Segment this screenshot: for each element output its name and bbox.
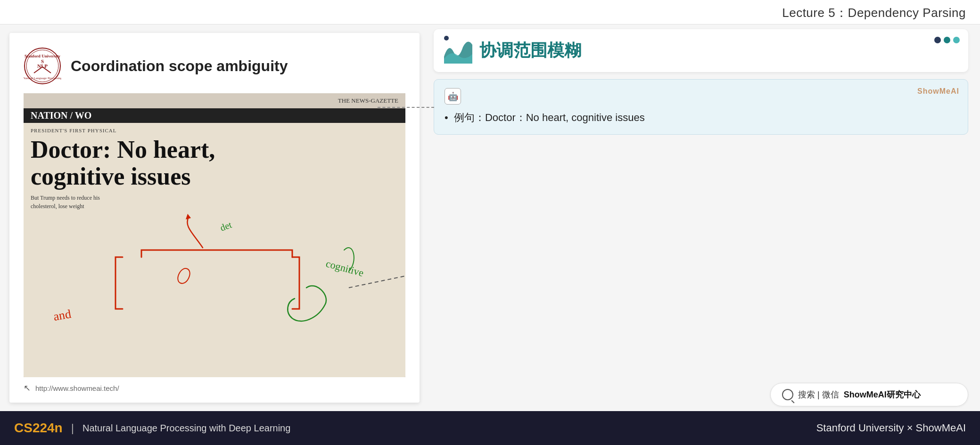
svg-text:NLP: NLP bbox=[37, 63, 48, 69]
svg-text:det: det bbox=[219, 219, 233, 233]
slide-header: Stanford University S NLP Natural Langua… bbox=[24, 47, 405, 85]
annotation-box: ShowMeAI 🤖 • 例句：Doctor：No heart, cogniti… bbox=[434, 79, 968, 135]
newspaper-content: THE NEWS-GAZETTE NATION / WO PRESIDENT'S… bbox=[24, 93, 405, 377]
svg-marker-6 bbox=[186, 214, 191, 219]
svg-text:Natural Language Processing: Natural Language Processing bbox=[24, 76, 61, 80]
lecture-title-bar: Lecture 5：Dependency Parsing bbox=[0, 0, 980, 24]
dot-3-icon[interactable] bbox=[953, 37, 960, 43]
robot-icon: 🤖 bbox=[445, 88, 461, 105]
headline-line1: Doctor: No heart, bbox=[31, 136, 398, 163]
right-spacer bbox=[434, 142, 968, 376]
footer-left: CS224n | Natural Language Processing wit… bbox=[14, 421, 290, 436]
search-bar[interactable]: 搜索 | 微信 ShowMeAI研究中心 bbox=[770, 383, 968, 406]
chinese-title-card: 协调范围模糊 bbox=[434, 29, 968, 72]
newspaper-body-text: But Trump needs to reduce his cholestero… bbox=[31, 194, 125, 210]
slide-area: Stanford University S NLP Natural Langua… bbox=[9, 33, 420, 403]
svg-text:Stanford University: Stanford University bbox=[25, 54, 61, 58]
course-description: Natural Language Processing with Deep Le… bbox=[82, 423, 290, 434]
svg-text:cognitive: cognitive bbox=[325, 258, 365, 279]
slide-footer: ↖ http://www.showmeai.tech/ bbox=[24, 383, 405, 393]
footer-right: Stanford University × ShowMeAI bbox=[816, 422, 966, 434]
navigation-dots bbox=[934, 37, 960, 43]
showmeai-brand: ShowMeAI bbox=[917, 87, 959, 96]
footer-university: Stanford University × ShowMeAI bbox=[816, 422, 966, 434]
search-icon bbox=[782, 389, 793, 400]
wave-mountain-icon bbox=[444, 38, 472, 64]
connector-line-icon bbox=[378, 107, 434, 108]
stanford-logo-icon: Stanford University S NLP Natural Langua… bbox=[24, 47, 61, 85]
small-dot-icon bbox=[444, 36, 449, 40]
search-handle-icon bbox=[791, 400, 794, 403]
annotation-example: • 例句：Doctor：No heart, cognitive issues bbox=[445, 109, 957, 126]
dot-1-icon[interactable] bbox=[934, 37, 941, 43]
lecture-title: Lecture 5：Dependency Parsing bbox=[782, 6, 966, 20]
main-content: Stanford University S NLP Natural Langua… bbox=[0, 24, 980, 411]
newspaper-source: THE NEWS-GAZETTE bbox=[24, 93, 405, 108]
footer-divider: | bbox=[71, 421, 74, 435]
dot-2-icon[interactable] bbox=[944, 37, 950, 43]
search-brand-label: ShowMeAI研究中心 bbox=[844, 389, 921, 400]
search-label: 搜索 | 微信 bbox=[798, 389, 839, 400]
slide-url[interactable]: http://www.showmeai.tech/ bbox=[35, 384, 119, 392]
cursor-icon: ↖ bbox=[24, 383, 31, 393]
footer-bar: CS224n | Natural Language Processing wit… bbox=[0, 411, 980, 445]
headline-line2: cognitive issues bbox=[31, 163, 398, 190]
newspaper-headline: Doctor: No heart, cognitive issues bbox=[31, 136, 398, 190]
newspaper-body: PRESIDENT'S FIRST PHYSICAL Doctor: No he… bbox=[24, 123, 405, 377]
svg-line-10 bbox=[349, 276, 405, 288]
slide-title: Coordination scope ambiguity bbox=[71, 57, 288, 75]
newspaper-president: PRESIDENT'S FIRST PHYSICAL bbox=[31, 128, 398, 133]
right-panel: 协调范围模糊 ShowMeAI 🤖 • 例句：Doctor：No heart, … bbox=[429, 24, 980, 411]
newspaper-section: NATION / WO bbox=[24, 108, 405, 123]
chinese-title: 协调范围模糊 bbox=[479, 39, 581, 62]
course-code: CS224n bbox=[14, 421, 63, 436]
slide-image: THE NEWS-GAZETTE NATION / WO PRESIDENT'S… bbox=[24, 93, 405, 377]
svg-text:and: and bbox=[52, 307, 72, 324]
